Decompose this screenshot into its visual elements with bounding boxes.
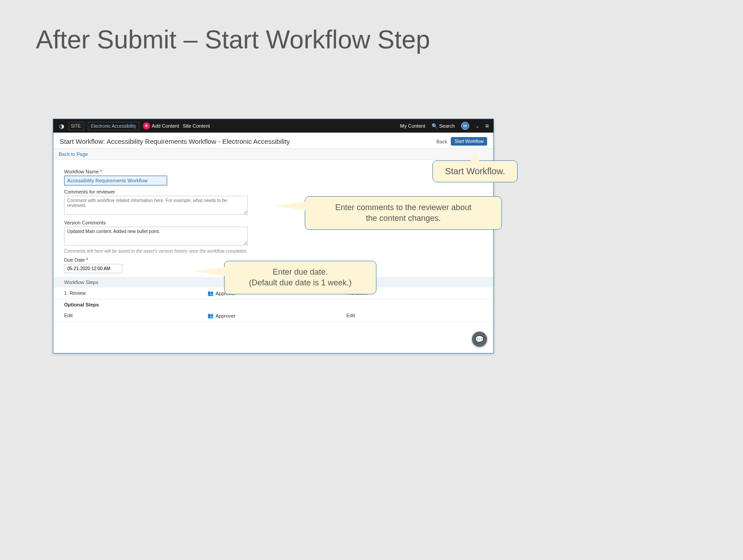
workflow-name-input[interactable] bbox=[64, 176, 167, 185]
step-user: Approver bbox=[216, 313, 236, 319]
optional-steps-heading: Optional Steps bbox=[53, 299, 493, 310]
breadcrumb-bar: Back to Page bbox=[53, 149, 493, 160]
site-selector[interactable]: Electronic Accessibility bbox=[88, 122, 139, 130]
app-logo-icon: ◑ bbox=[58, 122, 65, 129]
chevron-down-icon[interactable]: ⌄ bbox=[475, 124, 479, 129]
col-steps-header: Workflow Steps bbox=[64, 280, 207, 285]
step-type: Edit bbox=[346, 313, 483, 319]
site-content-link[interactable]: Site Content bbox=[183, 123, 210, 129]
topbar-right: My Content 🔍 Search W ⌄ ≡ bbox=[400, 122, 489, 130]
page-title: Start Workflow: Accessibility Requiremen… bbox=[60, 138, 436, 145]
chat-icon: 💬 bbox=[475, 335, 484, 344]
search-label: Search bbox=[439, 123, 455, 129]
slide-title: After Submit – Start Workflow Step bbox=[0, 0, 743, 54]
version-comments-textarea[interactable]: Updated Main content. Added new bullet p… bbox=[64, 227, 248, 246]
add-content-label: Add Content bbox=[152, 123, 179, 129]
callout-pointer bbox=[274, 202, 306, 211]
callout-pointer bbox=[194, 267, 225, 276]
search-icon: 🔍 bbox=[432, 123, 438, 129]
add-content-button[interactable]: + Add Content bbox=[143, 122, 179, 129]
due-date-input[interactable] bbox=[64, 264, 122, 273]
callout-comments: Enter comments to the reviewer about the… bbox=[305, 196, 502, 230]
callout-start-workflow: Start Workflow. bbox=[432, 160, 518, 182]
callout-due-date: Enter due date. (Default due date is 1 w… bbox=[224, 261, 376, 294]
title-row: Start Workflow: Accessibility Requiremen… bbox=[53, 133, 493, 149]
search-button[interactable]: 🔍 Search bbox=[432, 123, 455, 129]
topbar: ◑ SITE: Electronic Accessibility + Add C… bbox=[53, 119, 493, 133]
people-icon: 👥 bbox=[207, 290, 214, 296]
callout-pointer bbox=[471, 151, 479, 161]
app-window: ◑ SITE: Electronic Accessibility + Add C… bbox=[53, 119, 494, 353]
step-name: Edit bbox=[64, 313, 207, 319]
people-icon: 👥 bbox=[207, 313, 214, 319]
start-workflow-button[interactable]: Start Workflow bbox=[451, 137, 487, 146]
comments-textarea[interactable] bbox=[64, 196, 248, 215]
comments-label: Comments for reviewer bbox=[64, 189, 483, 194]
workflow-name-label: Workflow Name * bbox=[64, 169, 483, 174]
version-hint: Comments left here will be saved in the … bbox=[64, 249, 483, 254]
site-label: SITE: bbox=[69, 122, 84, 130]
step-name: 1. Review bbox=[64, 290, 207, 296]
back-link[interactable]: Back bbox=[436, 139, 447, 144]
menu-icon[interactable]: ≡ bbox=[485, 122, 489, 129]
help-chat-button[interactable]: 💬 bbox=[472, 332, 487, 347]
my-content-link[interactable]: My Content bbox=[400, 123, 425, 129]
user-avatar[interactable]: W bbox=[461, 122, 469, 130]
back-to-page-link[interactable]: Back to Page bbox=[59, 151, 88, 157]
table-row: Edit 👥 Approver Edit bbox=[53, 310, 493, 322]
plus-icon: + bbox=[143, 122, 150, 129]
